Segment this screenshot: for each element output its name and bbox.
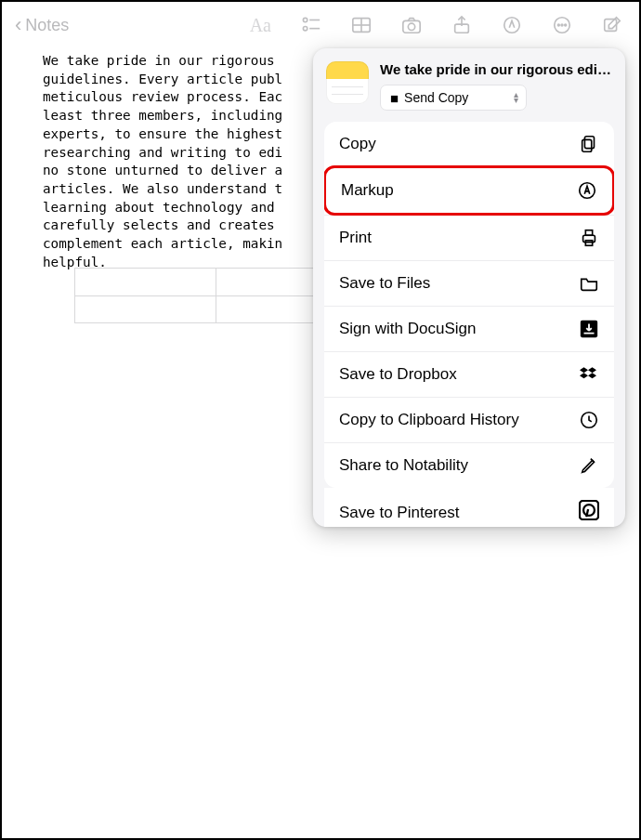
- checklist-icon[interactable]: [301, 15, 321, 35]
- svg-rect-16: [584, 137, 594, 149]
- svg-point-13: [561, 24, 563, 26]
- action-copy[interactable]: Copy: [324, 122, 614, 166]
- print-icon: [579, 228, 599, 248]
- folder-icon: [579, 273, 599, 294]
- history-icon: [579, 410, 599, 430]
- pinterest-icon: [579, 500, 599, 525]
- share-sheet-header: We take pride in our rigorous edit… ■︎ S…: [313, 48, 625, 122]
- copy-icon: [579, 134, 599, 154]
- camera-icon[interactable]: [401, 15, 422, 35]
- back-button[interactable]: ‹ Notes: [15, 15, 69, 35]
- svg-rect-17: [582, 139, 592, 151]
- action-save-dropbox[interactable]: Save to Dropbox: [324, 351, 614, 397]
- dropbox-icon: [579, 364, 599, 385]
- document-icon: ■︎: [390, 91, 399, 105]
- svg-point-14: [565, 24, 567, 26]
- notes-app-icon: [326, 61, 369, 104]
- svg-point-12: [557, 24, 559, 26]
- back-label: Notes: [25, 16, 69, 35]
- chevron-left-icon: ‹: [15, 15, 21, 35]
- share-sheet-title: We take pride in our rigorous edit…: [380, 61, 612, 77]
- svg-point-1: [303, 26, 307, 30]
- table-icon[interactable]: [351, 15, 372, 35]
- note-table[interactable]: [74, 268, 318, 323]
- share-actions-list: Copy Markup Print Save to Files Sign wit…: [324, 122, 614, 488]
- svg-rect-7: [403, 20, 420, 33]
- share-sheet: We take pride in our rigorous edit… ■︎ S…: [313, 48, 625, 527]
- chevron-updown-icon: ▴▾: [514, 92, 518, 103]
- action-print[interactable]: Print: [324, 215, 614, 260]
- svg-rect-22: [585, 241, 592, 246]
- svg-rect-21: [585, 230, 592, 236]
- toolbar-actions: Aa: [250, 2, 622, 48]
- inbox-icon: [579, 319, 599, 339]
- text-style-icon[interactable]: Aa: [250, 15, 271, 36]
- markup-toolbar-icon[interactable]: [502, 15, 522, 35]
- svg-point-0: [303, 18, 307, 21]
- action-markup[interactable]: Markup: [324, 165, 614, 216]
- svg-point-8: [408, 23, 414, 30]
- action-sign-docusign[interactable]: Sign with DocuSign: [324, 306, 614, 351]
- send-copy-label: Send Copy: [404, 90, 468, 105]
- share-icon[interactable]: [451, 15, 472, 35]
- more-icon[interactable]: [552, 15, 572, 35]
- pencil-icon: [579, 455, 599, 476]
- action-save-pinterest[interactable]: Save to Pinterest: [324, 488, 614, 527]
- action-save-to-files[interactable]: Save to Files: [324, 260, 614, 306]
- action-clipboard-history[interactable]: Copy to Clipboard History: [324, 397, 614, 442]
- action-share-notability[interactable]: Share to Notability: [324, 442, 614, 488]
- markup-icon: [577, 180, 597, 201]
- top-toolbar: ‹ Notes Aa: [2, 2, 639, 48]
- compose-icon[interactable]: [602, 15, 622, 35]
- send-copy-selector[interactable]: ■︎ Send Copy ▴▾: [380, 85, 527, 111]
